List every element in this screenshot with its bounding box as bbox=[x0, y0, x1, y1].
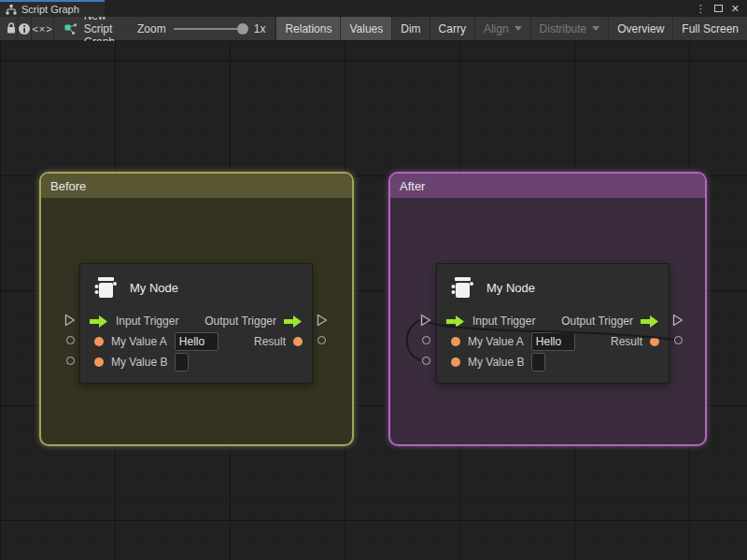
titlebar: Script Graph ⋮ ✕ bbox=[0, 0, 747, 17]
zoom-control: Zoom 1x bbox=[128, 17, 275, 40]
code-icon: <×> bbox=[32, 23, 52, 35]
group-before-label: Before bbox=[50, 179, 86, 193]
values-button[interactable]: Values bbox=[340, 17, 391, 40]
code-preview-button[interactable]: <×> bbox=[32, 17, 53, 40]
window-menu-icon[interactable]: ⋮ bbox=[696, 4, 706, 14]
group-before-header[interactable]: Before bbox=[41, 174, 352, 198]
port-row-value-a: My Value A Result bbox=[437, 331, 669, 352]
graph-toolbar: <×> New Script Graph Zoom 1x Relations bbox=[0, 17, 747, 41]
carry-button[interactable]: Carry bbox=[430, 17, 474, 40]
close-icon[interactable]: ✕ bbox=[731, 4, 740, 14]
value-input-port[interactable] bbox=[422, 336, 430, 344]
chevron-down-icon bbox=[514, 26, 522, 31]
dim-button[interactable]: Dim bbox=[391, 17, 429, 40]
overview-button[interactable]: Overview bbox=[608, 17, 672, 40]
flow-in-icon[interactable] bbox=[90, 315, 108, 328]
port-row-value-b: My Value B bbox=[80, 352, 312, 372]
node-my-node-before[interactable]: My Node Input Trigger Output Trigger My … bbox=[79, 263, 313, 384]
node-title: My Node bbox=[486, 281, 535, 295]
unit-box-icon bbox=[92, 273, 120, 301]
fullscreen-button[interactable]: Full Screen bbox=[672, 17, 747, 40]
group-after-label: After bbox=[400, 179, 425, 193]
group-after-header[interactable]: After bbox=[390, 174, 705, 198]
graph-title-area: New Script Graph bbox=[54, 17, 128, 40]
value-port-icon[interactable] bbox=[94, 337, 104, 346]
window-controls: ⋮ ✕ bbox=[696, 0, 747, 17]
unit-box-icon bbox=[448, 273, 476, 301]
node-header: My Node bbox=[437, 264, 669, 311]
zoom-slider[interactable] bbox=[174, 28, 247, 30]
value-port-icon[interactable] bbox=[293, 337, 303, 346]
value-port-icon[interactable] bbox=[451, 337, 460, 346]
node-my-node-after[interactable]: My Node Input Trigger Output Trigger My … bbox=[436, 263, 669, 384]
value-b-input[interactable] bbox=[175, 353, 189, 371]
value-output-port[interactable] bbox=[674, 336, 683, 344]
tab-label: Script Graph bbox=[21, 4, 79, 15]
zoom-label: Zoom bbox=[137, 22, 166, 35]
zoom-slider-thumb[interactable] bbox=[237, 23, 248, 35]
flow-out-icon[interactable] bbox=[284, 315, 303, 328]
value-output-port[interactable] bbox=[317, 336, 326, 344]
flow-in-icon[interactable] bbox=[446, 315, 465, 328]
graph-hierarchy-icon bbox=[6, 5, 17, 15]
graph-canvas[interactable]: Before After My Node bbox=[0, 41, 747, 560]
flow-input-port[interactable] bbox=[420, 314, 431, 327]
distribute-dropdown[interactable]: Distribute bbox=[530, 17, 609, 40]
value-a-input[interactable] bbox=[531, 332, 575, 351]
flow-out-icon[interactable] bbox=[641, 315, 659, 328]
toolbar-buttons: Relations Values Dim Carry Align Distrib… bbox=[275, 17, 747, 40]
value-port-icon[interactable] bbox=[451, 357, 460, 367]
node-title: My Node bbox=[130, 281, 178, 295]
value-input-port[interactable] bbox=[66, 357, 75, 365]
value-input-port[interactable] bbox=[422, 357, 430, 365]
port-row-value-a: My Value A Result bbox=[80, 331, 312, 352]
value-a-input[interactable] bbox=[175, 332, 218, 351]
flow-input-port[interactable] bbox=[64, 314, 76, 327]
relations-button[interactable]: Relations bbox=[275, 17, 340, 40]
align-dropdown[interactable]: Align bbox=[474, 17, 530, 40]
script-graph-window: Script Graph ⋮ ✕ bbox=[0, 0, 747, 560]
lock-icon bbox=[6, 22, 17, 35]
port-row-value-b: My Value B bbox=[437, 352, 669, 372]
value-input-port[interactable] bbox=[66, 336, 75, 344]
chevron-down-icon bbox=[592, 26, 599, 31]
value-port-icon[interactable] bbox=[94, 357, 104, 367]
flow-output-port[interactable] bbox=[317, 314, 328, 327]
info-icon bbox=[18, 22, 31, 35]
value-b-input[interactable] bbox=[531, 353, 545, 371]
info-button[interactable] bbox=[18, 17, 32, 40]
node-header: My Node bbox=[80, 264, 312, 311]
tab-script-graph[interactable]: Script Graph bbox=[0, 0, 105, 17]
flow-output-port[interactable] bbox=[672, 314, 684, 327]
graph-nodes-icon bbox=[63, 22, 78, 35]
zoom-value: 1x bbox=[254, 22, 266, 35]
port-row-trigger: Input Trigger Output Trigger bbox=[80, 311, 312, 331]
lock-button[interactable] bbox=[6, 17, 18, 40]
maximize-icon[interactable] bbox=[714, 5, 723, 12]
